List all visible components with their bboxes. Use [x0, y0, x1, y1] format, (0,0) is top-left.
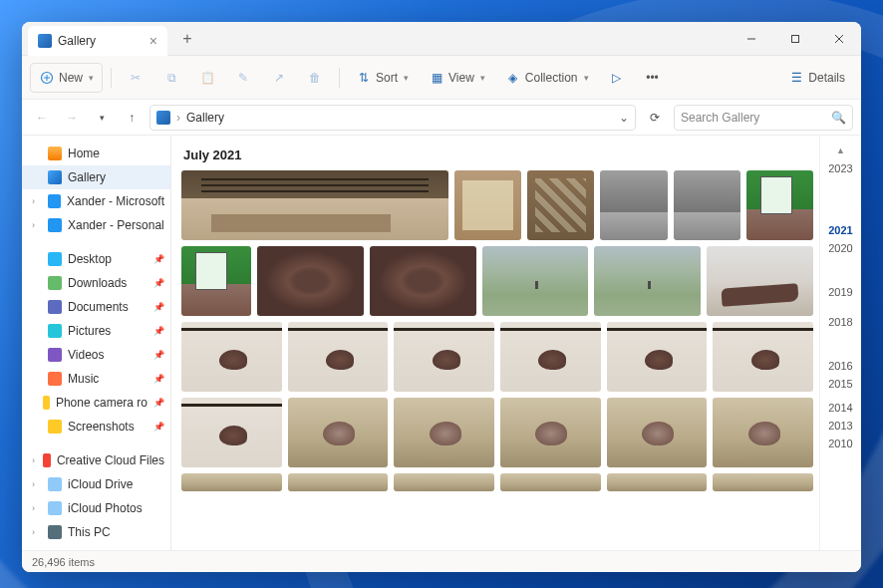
gallery-icon: [156, 111, 170, 125]
photo-thumbnail[interactable]: [370, 246, 476, 316]
photo-thumbnail[interactable]: [674, 170, 740, 240]
details-pane-button[interactable]: ☰ Details: [780, 63, 853, 93]
photo-thumbnail[interactable]: [607, 398, 708, 467]
sidebar-item-pictures[interactable]: Pictures📌: [22, 319, 170, 343]
photo-thumbnail[interactable]: [707, 246, 813, 316]
address-bar: ← → ▾ ↑ › Gallery ⌄ ⟳ Search Gallery 🔍: [22, 100, 861, 136]
chevron-down-icon[interactable]: ⌄: [619, 111, 629, 125]
back-button[interactable]: ←: [30, 106, 54, 130]
sidebar-item-screenshots[interactable]: Screenshots📌: [22, 415, 170, 439]
photo-thumbnail[interactable]: [607, 473, 708, 491]
close-button[interactable]: [817, 22, 861, 56]
sidebar-item-gallery[interactable]: Gallery: [22, 165, 170, 189]
search-input[interactable]: Search Gallery 🔍: [674, 105, 853, 131]
delete-button[interactable]: 🗑: [299, 63, 331, 93]
photo-thumbnail[interactable]: [181, 246, 251, 316]
new-button[interactable]: New ▾: [30, 63, 103, 93]
photo-thumbnail[interactable]: [527, 170, 594, 240]
refresh-button[interactable]: ⟳: [642, 111, 668, 125]
photo-thumbnail[interactable]: [746, 170, 813, 240]
photo-thumbnail[interactable]: [500, 398, 601, 467]
photo-thumbnail[interactable]: [594, 246, 701, 316]
sidebar-item-desktop[interactable]: Desktop📌: [22, 247, 170, 271]
photo-thumbnail[interactable]: [500, 473, 601, 491]
photo-thumbnail[interactable]: [482, 246, 589, 316]
more-button[interactable]: •••: [637, 63, 669, 93]
paste-button[interactable]: 📋: [191, 63, 223, 93]
sidebar-label: Xander - Microsoft: [67, 194, 164, 208]
scroll-up-icon[interactable]: ▲: [836, 146, 845, 155]
photo-thumbnail[interactable]: [181, 322, 282, 392]
sidebar-item-music[interactable]: Music📌: [22, 367, 170, 391]
photo-thumbnail[interactable]: [607, 322, 708, 392]
sort-button[interactable]: ⇅ Sort ▾: [348, 63, 417, 93]
collection-button[interactable]: ◈ Collection ▾: [497, 63, 597, 93]
timeline-year[interactable]: 2019: [828, 286, 852, 298]
cut-icon: ✂: [128, 70, 144, 86]
timeline-year[interactable]: 2023: [828, 162, 852, 174]
rename-button[interactable]: ✎: [227, 63, 259, 93]
sidebar-item-creative-cloud[interactable]: ›Creative Cloud Files: [22, 448, 170, 472]
up-button[interactable]: ↑: [120, 106, 144, 130]
sidebar-item-home[interactable]: Home: [22, 142, 170, 165]
new-tab-button[interactable]: +: [173, 30, 201, 48]
cut-button[interactable]: ✂: [120, 63, 151, 93]
photo-thumbnail[interactable]: [394, 398, 494, 467]
recent-button[interactable]: ▾: [90, 106, 114, 130]
photo-thumbnail[interactable]: [713, 473, 813, 491]
minimize-button[interactable]: [730, 22, 773, 56]
year-timeline[interactable]: ▲ 2023 2021 2020 2019 2018 2016 2015 201…: [819, 136, 861, 550]
photo-thumbnail[interactable]: [394, 473, 494, 491]
timeline-year[interactable]: 2010: [828, 438, 852, 449]
sidebar-label: Screenshots: [68, 420, 135, 434]
sidebar-item-onedrive-personal[interactable]: ›Xander - Personal: [22, 213, 170, 237]
photo-thumbnail[interactable]: [257, 246, 364, 316]
copy-button[interactable]: ⧉: [155, 63, 187, 93]
forward-button[interactable]: →: [60, 106, 84, 130]
titlebar: Gallery × +: [22, 22, 861, 56]
gallery-grid: July 2021: [171, 136, 819, 550]
photo-thumbnail[interactable]: [600, 170, 667, 240]
photo-thumbnail[interactable]: [181, 473, 282, 491]
photo-thumbnail[interactable]: [500, 322, 601, 392]
timeline-year[interactable]: 2018: [828, 316, 852, 328]
timeline-year[interactable]: 2020: [828, 242, 852, 254]
sidebar-item-downloads[interactable]: Downloads📌: [22, 271, 170, 295]
close-tab-icon[interactable]: ×: [149, 33, 157, 49]
sidebar-item-this-pc[interactable]: ›This PC: [22, 520, 170, 544]
photo-thumbnail[interactable]: [713, 322, 813, 392]
sidebar-item-documents[interactable]: Documents📌: [22, 295, 170, 319]
chevron-down-icon: ▾: [584, 73, 589, 83]
photo-thumbnail[interactable]: [288, 398, 389, 467]
maximize-button[interactable]: [773, 22, 817, 56]
photo-thumbnail[interactable]: [288, 473, 389, 491]
timeline-year-active[interactable]: 2021: [828, 224, 852, 236]
photo-thumbnail[interactable]: [288, 322, 389, 392]
timeline-year[interactable]: 2016: [828, 360, 852, 372]
sidebar-item-onedrive-microsoft[interactable]: ›Xander - Microsoft: [22, 189, 170, 213]
photo-thumbnail[interactable]: [454, 170, 521, 240]
breadcrumb-box[interactable]: › Gallery ⌄: [149, 105, 636, 131]
slideshow-button[interactable]: ▷: [601, 63, 633, 93]
tab-gallery[interactable]: Gallery ×: [28, 26, 167, 56]
view-button[interactable]: ▦ View ▾: [421, 63, 493, 93]
timeline-year[interactable]: 2013: [828, 420, 852, 432]
share-button[interactable]: ↗: [263, 63, 295, 93]
sidebar-item-icloud-drive[interactable]: ›iCloud Drive: [22, 472, 170, 496]
more-icon: •••: [645, 70, 661, 86]
timeline-year[interactable]: 2015: [828, 378, 852, 390]
sidebar-label: Documents: [68, 300, 129, 314]
photo-thumbnail[interactable]: [394, 322, 494, 392]
creative-cloud-icon: [43, 453, 51, 467]
sidebar-item-phone-camera[interactable]: Phone camera ro📌: [22, 391, 170, 415]
sidebar-item-icloud-photos[interactable]: ›iCloud Photos: [22, 496, 170, 520]
photo-thumbnail[interactable]: [181, 398, 282, 467]
sidebar-item-videos[interactable]: Videos📌: [22, 343, 170, 367]
chevron-right-icon: ›: [176, 111, 180, 125]
timeline-year[interactable]: 2014: [828, 402, 852, 414]
collection-icon: ◈: [505, 70, 521, 86]
photo-thumbnail[interactable]: [713, 398, 813, 467]
icloud-icon: [48, 477, 62, 491]
photo-thumbnail[interactable]: [181, 170, 448, 240]
sidebar-label: Videos: [68, 348, 104, 362]
